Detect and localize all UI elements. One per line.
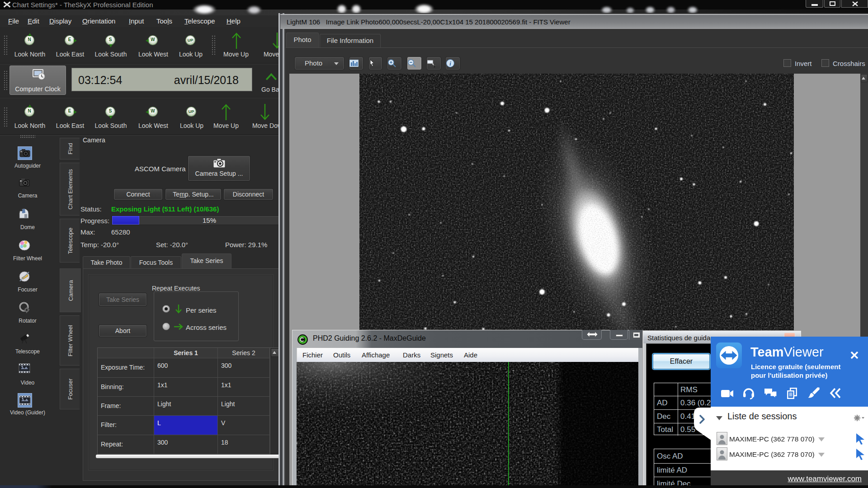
svg-text:i: i (449, 60, 451, 67)
